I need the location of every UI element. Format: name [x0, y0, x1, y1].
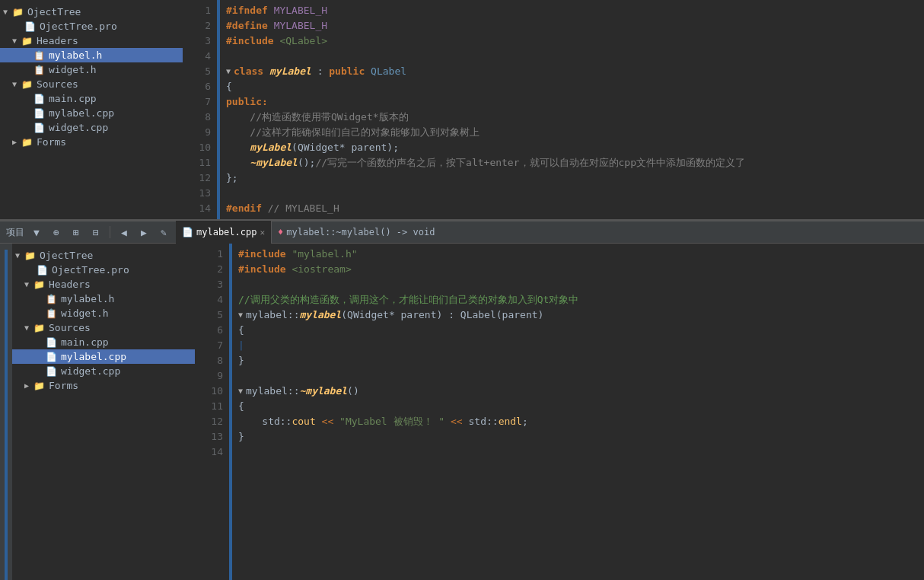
- chevron-down-icon: ▼: [12, 37, 21, 45]
- sidebar2-item-main-cpp[interactable]: 📄 main.cpp: [12, 335, 195, 349]
- cpp-file-icon: 📄: [33, 123, 47, 133]
- sidebar-item-label: Sources: [37, 78, 78, 90]
- code-line-5: ▼ class myLabel : public QLabel: [226, 64, 924, 79]
- collapse-arrow-icon[interactable]: ▼: [238, 308, 243, 323]
- folder-icon: 📁: [21, 79, 35, 90]
- b-code-line-4: //调用父类的构造函数，调用这个，才能让咱们自己类的对象加入到Qt对象中: [238, 292, 924, 308]
- sidebar-item-widget-h[interactable]: 📋 widget.h: [0, 62, 183, 77]
- code-line-8: //构造函数使用带QWidget*版本的: [226, 110, 924, 125]
- sidebar-item-sources[interactable]: ▼ 📁 Sources: [0, 77, 183, 91]
- code-line-3: #include <QLabel>: [226, 33, 924, 49]
- sidebar-item-label: Headers: [49, 279, 91, 290]
- b-code-line-6: {: [238, 323, 924, 338]
- code-line-9: //这样才能确保咱们自己的对象能够加入到对象树上: [226, 125, 924, 140]
- chevron-down-icon: ▼: [24, 280, 33, 288]
- h-file-icon: 📋: [46, 308, 59, 319]
- remove-button[interactable]: ⊟: [88, 225, 104, 240]
- chevron-down-icon: ▼: [12, 80, 21, 88]
- tab-label: mylabel.cpp: [196, 227, 256, 237]
- sidebar-item-label: Headers: [37, 35, 78, 46]
- sidebar-item-label: widget.cpp: [49, 122, 108, 133]
- tab-close-button[interactable]: ✕: [260, 228, 265, 237]
- edit-button[interactable]: ✎: [156, 225, 171, 240]
- tab-mylabel-cpp[interactable]: 📄 mylabel.cpp ✕: [176, 221, 272, 244]
- active-tab-indicator: [5, 250, 8, 580]
- collapse-arrow-icon[interactable]: ▼: [226, 64, 231, 79]
- sidebar-item-label: OjectTree: [40, 250, 93, 261]
- pro-file-icon: 📄: [24, 21, 38, 32]
- sidebar-item-mylabel-cpp[interactable]: 📄 mylabel.cpp: [0, 106, 183, 120]
- bottom-line-numbers: 12345 678910 11121314: [195, 244, 229, 580]
- code-line-4: [226, 49, 924, 64]
- bottom-code-lines[interactable]: #include "mylabel.h" #include <iostream>…: [232, 244, 924, 580]
- file-tab-icon: 📄: [182, 227, 193, 237]
- cpp-file-icon: 📄: [33, 108, 47, 119]
- toolbar: 项目 ▼ ⊕ ⊞ ⊟ ◀ ▶ ✎ 📄 mylabel.cpp ✕ ♦ mylab…: [0, 221, 924, 244]
- code-line-6: {: [226, 79, 924, 94]
- sidebar2-item-sources[interactable]: ▼ 📁 Sources: [12, 320, 195, 335]
- code-line-14: #endif // MYLABEL_H: [226, 201, 924, 216]
- sidebar-item-label: widget.h: [61, 308, 109, 319]
- b-code-line-2: #include <iostream>: [238, 262, 924, 277]
- toolbar-separator: [110, 226, 110, 238]
- sidebar2-item-forms[interactable]: ▶ 📁 Forms: [12, 378, 195, 393]
- b-code-line-1: #include "mylabel.h": [238, 247, 924, 262]
- filter-button[interactable]: ▼: [29, 225, 44, 240]
- sidebar2-item-mylabel-h[interactable]: 📋 mylabel.h: [12, 292, 195, 306]
- breadcrumb: ♦ mylabel::~mylabel() -> void: [272, 227, 441, 237]
- top-code-content[interactable]: 12345 678910 1112131415 #ifndef MYLABEL_…: [183, 0, 924, 219]
- sidebar-item-label: mylabel.h: [61, 293, 114, 304]
- code-line-1: #ifndef MYLABEL_H: [226, 3, 924, 18]
- breadcrumb-text: mylabel::~mylabel() -> void: [286, 227, 435, 237]
- sidebar-item-ojecttree-pro[interactable]: 📄 OjectTree.pro: [0, 19, 183, 33]
- b-code-line-10: ▼ mylabel::~mylabel(): [238, 384, 924, 399]
- sidebar-item-main-cpp[interactable]: 📄 main.cpp: [0, 91, 183, 106]
- sidebar-item-label: main.cpp: [49, 93, 97, 104]
- sidebar-item-label: mylabel.cpp: [49, 107, 114, 119]
- chevron-right-icon: ▶: [24, 381, 33, 390]
- sidebar-item-label: Forms: [37, 136, 66, 148]
- sidebar-item-widget-cpp[interactable]: 📄 widget.cpp: [0, 120, 183, 135]
- top-code-lines[interactable]: #ifndef MYLABEL_H #define MYLABEL_H #inc…: [220, 0, 924, 219]
- link-button[interactable]: ⊕: [49, 225, 64, 240]
- folder-icon: 📁: [33, 323, 47, 333]
- code-line-15: |: [226, 216, 924, 219]
- b-code-line-11: {: [238, 399, 924, 414]
- add-button[interactable]: ⊞: [69, 225, 84, 240]
- sidebar-item-label: Sources: [49, 322, 91, 333]
- folder-icon: 📁: [33, 279, 47, 290]
- b-code-line-9: [238, 368, 924, 384]
- sidebar-item-forms[interactable]: ▶ 📁 Forms: [0, 135, 183, 149]
- tab-bar: 📄 mylabel.cpp ✕ ♦ mylabel::~mylabel() ->…: [176, 221, 918, 244]
- sidebar-item-label: mylabel.h: [49, 49, 102, 61]
- h-file-icon: 📋: [33, 50, 47, 61]
- b-code-line-3: [238, 277, 924, 292]
- folder-icon: 📁: [21, 137, 35, 148]
- b-code-line-8: }: [238, 353, 924, 368]
- sidebar2-item-ojecttree-root[interactable]: ▼ 📁 OjectTree: [12, 248, 195, 263]
- collapse-arrow-icon[interactable]: ▼: [238, 384, 243, 399]
- folder-icon: 📁: [12, 7, 26, 18]
- sidebar2-item-ojecttree-pro[interactable]: 📄 OjectTree.pro: [12, 263, 195, 277]
- sidebar2-item-widget-h[interactable]: 📋 widget.h: [12, 306, 195, 320]
- sidebar-item-label: OjectTree.pro: [52, 264, 129, 276]
- forward-button[interactable]: ▶: [136, 225, 151, 240]
- sidebar-item-ojecttree-root[interactable]: ▼ 📁 OjectTree: [0, 5, 183, 19]
- pro-file-icon: 📄: [37, 265, 50, 276]
- sidebar2-item-mylabel-cpp[interactable]: 📄 mylabel.cpp: [12, 349, 195, 364]
- cpp-file-icon: 📄: [33, 94, 47, 104]
- sidebar-item-mylabel-h[interactable]: 📋 mylabel.h: [0, 48, 183, 62]
- bottom-code-content[interactable]: 12345 678910 11121314 #include "mylabel.…: [195, 244, 924, 580]
- code-line-12: };: [226, 170, 924, 186]
- back-button[interactable]: ◀: [116, 225, 132, 240]
- folder-icon: 📁: [21, 36, 35, 46]
- diamond-icon: ♦: [278, 227, 283, 237]
- folder-icon: 📁: [24, 250, 38, 261]
- code-line-10: myLabel(QWidget* parent);: [226, 140, 924, 155]
- sidebar-item-headers[interactable]: ▼ 📁 Headers: [0, 33, 183, 48]
- sidebar2-item-widget-cpp[interactable]: 📄 widget.cpp: [12, 364, 195, 378]
- top-code-area: 12345 678910 1112131415 #ifndef MYLABEL_…: [183, 0, 924, 219]
- sidebar2-item-headers[interactable]: ▼ 📁 Headers: [12, 277, 195, 292]
- chevron-down-icon: ▼: [15, 251, 24, 260]
- b-code-line-7: |: [238, 338, 924, 353]
